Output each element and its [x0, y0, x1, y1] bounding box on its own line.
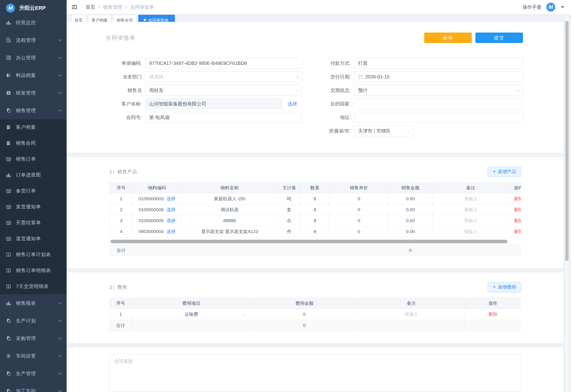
- sidebar-item-sales-order-detail[interactable]: 销售订单明细表: [0, 263, 67, 279]
- doc-code-input[interactable]: 9770CA17-3497-4DB2-995E-B49E9CF61BD8: [145, 58, 302, 69]
- sidebar-item-sales-mgmt[interactable]: 销售管理: [0, 102, 67, 119]
- fee-item-select[interactable]: 运输费: [132, 309, 251, 320]
- sidebar-item-stock-order[interactable]: 备货订单: [0, 183, 67, 199]
- unit: 件: [278, 226, 301, 237]
- app-logo-icon: M: [6, 4, 15, 13]
- remark-input[interactable]: 请输入: [432, 215, 509, 226]
- delivery-date-input[interactable]: 2026-01-15: [354, 71, 523, 82]
- main-content: 合同审批单 保存 提交 单据编码: 9770CA17-3497-4DB2-995…: [67, 14, 563, 392]
- table-grid-icon: [6, 204, 11, 210]
- price: 0: [329, 204, 389, 215]
- sidebar-item-sales-report[interactable]: 销售报表: [0, 294, 67, 312]
- chevron-down-icon: [59, 91, 62, 94]
- select-material-link[interactable]: 选择: [166, 196, 176, 201]
- dest-country-input[interactable]: [354, 98, 523, 109]
- form-grid: 单据编码: 9770CA17-3497-4DB2-995E-B49E9CF61B…: [106, 58, 523, 139]
- sidebar-item-return-notice[interactable]: 退货通知单: [0, 231, 67, 247]
- sidebar-item-process-mgmt[interactable]: 流程管理: [0, 31, 67, 49]
- sidebar-item-rnd-mgmt[interactable]: 研发管理: [0, 84, 67, 102]
- payment-input[interactable]: 打算: [354, 58, 523, 69]
- table-row: 4 0903000004选择 显示器支架 显示器支架A123 件 8 0 0.0…: [110, 226, 521, 237]
- contract-no-input[interactable]: 第 电风扇: [145, 112, 302, 123]
- caret-down-icon[interactable]: [561, 6, 564, 8]
- sidebar-item-label: 生产管理: [16, 370, 59, 377]
- select-material-link[interactable]: 选择: [166, 218, 176, 223]
- delete-row-link[interactable]: 删除: [509, 226, 521, 237]
- material-name: 显示器支架 显示器支架A123: [181, 226, 278, 237]
- delete-row-link[interactable]: 删除: [509, 215, 521, 226]
- menu-fold-icon[interactable]: [71, 4, 77, 10]
- submit-button[interactable]: 提交: [475, 33, 523, 43]
- field-delivery-date: 交付日期: 2026-01-15: [319, 71, 523, 82]
- sidebar-item-office-mgmt[interactable]: 办公管理: [0, 49, 67, 67]
- sidebar-item-customer-archives[interactable]: 客户档案: [0, 119, 67, 135]
- avatar[interactable]: M: [546, 3, 555, 12]
- field-dest-country: 目的国家:: [319, 98, 523, 109]
- customer-input[interactable]: 山河智能装备股份有限公司: [145, 98, 282, 109]
- fees-header-row: 序号 费用项目 费用金额 备注 操作: [110, 298, 521, 309]
- sidebar-item-label: 流程管理: [16, 37, 59, 43]
- table-row: 1 0105000003选择 家庭机器人 150 吨 8 0 0.00 请输入 …: [110, 193, 521, 204]
- remark-input[interactable]: 请输入: [432, 204, 509, 215]
- app-logo[interactable]: M 升阳云ERP: [0, 0, 67, 14]
- chevron-down-icon: [59, 371, 62, 375]
- manual-link[interactable]: 操作手册: [523, 4, 541, 11]
- contract-terms-textarea[interactable]: 合同条款: [109, 354, 521, 392]
- delete-row-link[interactable]: 删除: [509, 193, 521, 204]
- sidebar-item-sales-contract[interactable]: 销售合同: [0, 135, 67, 151]
- dept-placeholder: 请选择: [149, 74, 164, 80]
- add-product-button[interactable]: + 新增产品: [488, 167, 521, 177]
- dept-select[interactable]: 请选择: [145, 71, 302, 82]
- sidebar-item-processing-workshop[interactable]: 加工车间: [0, 382, 67, 392]
- rnd-box-icon: [6, 90, 11, 96]
- delivery-status-select[interactable]: 预计: [354, 85, 523, 96]
- sidebar-item-shipping-notice[interactable]: 发货通知单: [0, 199, 67, 215]
- sidebar-item-order-progress-chart[interactable]: 订单进度图: [0, 167, 67, 183]
- province-select[interactable]: 天津市 / 市辖区: [354, 126, 414, 136]
- chevron-down-icon: [59, 301, 62, 304]
- material-name: 家庭机器人 150: [181, 193, 278, 204]
- remark-input[interactable]: 请输入: [432, 226, 509, 237]
- select-material-link[interactable]: 选择: [166, 229, 176, 234]
- app-name: 升阳云ERP: [19, 4, 46, 12]
- fees-section-title: 2）费用: [109, 284, 127, 291]
- sidebar-item-label: 销售订单: [16, 156, 61, 162]
- breadcrumb-section[interactable]: 销售管理: [103, 4, 122, 11]
- address-input[interactable]: [354, 112, 523, 123]
- delete-row-link[interactable]: 删除: [465, 309, 521, 320]
- field-province: 所属省/市: 天津市 / 市辖区: [319, 126, 523, 136]
- fees-total-row: 合计 0: [110, 320, 521, 331]
- pages-icon: [6, 336, 11, 341]
- sidebar-item-production-plan[interactable]: 生产计划: [0, 312, 67, 330]
- breadcrumb-home[interactable]: 首页: [86, 4, 95, 11]
- save-button[interactable]: 保存: [424, 33, 472, 43]
- vertical-scrollbar-thumb[interactable]: [565, 21, 569, 261]
- col-fee-amount: 费用金额: [251, 298, 358, 309]
- sidebar-item-production-mgmt[interactable]: 生产管理: [0, 365, 67, 382]
- sidebar-item-invoice-settlement[interactable]: 开票结算单: [0, 215, 67, 231]
- material-name: 88888: [181, 215, 278, 226]
- page: M 升阳云ERP 经营总控 流程管理 办公管理 料品档案 研发管理: [0, 0, 571, 392]
- pages-icon: [6, 371, 11, 376]
- breadcrumb: 首页 / 销售管理 / 合同审批单: [86, 4, 154, 11]
- remark-input[interactable]: 请输入: [358, 309, 465, 320]
- sidebar-item-workshop-settings[interactable]: 车间设置: [0, 347, 67, 365]
- sidebar-item-7day-delivery-detail[interactable]: 7天交货明细表: [0, 279, 67, 294]
- table-grid-icon: [6, 220, 11, 225]
- horizontal-scrollbar-thumb[interactable]: [110, 240, 508, 243]
- sidebar-item-business-control[interactable]: 经营总控: [0, 14, 67, 31]
- select-material-link[interactable]: 选择: [166, 207, 176, 212]
- sidebar-item-material-archives[interactable]: 料品档案: [0, 67, 67, 84]
- salesman-select[interactable]: 周桂东: [145, 85, 302, 96]
- gear-icon: [6, 353, 11, 359]
- sidebar-item-purchase-mgmt[interactable]: 采购管理: [0, 330, 67, 347]
- chevron-down-icon: [59, 354, 62, 357]
- sidebar-item-sales-order-plan[interactable]: 销售订单计划表: [0, 247, 67, 263]
- customer-select-link[interactable]: 选择: [288, 101, 297, 107]
- products-head: 1）销售产品 + 新增产品: [109, 167, 521, 177]
- add-fee-button[interactable]: + 新增费用: [488, 282, 521, 293]
- remark-input[interactable]: 请输入: [432, 193, 509, 204]
- col-unit: 主计量: [278, 182, 301, 193]
- sidebar-item-sales-order[interactable]: 销售订单: [0, 151, 67, 167]
- delete-row-link[interactable]: 删除: [509, 204, 521, 215]
